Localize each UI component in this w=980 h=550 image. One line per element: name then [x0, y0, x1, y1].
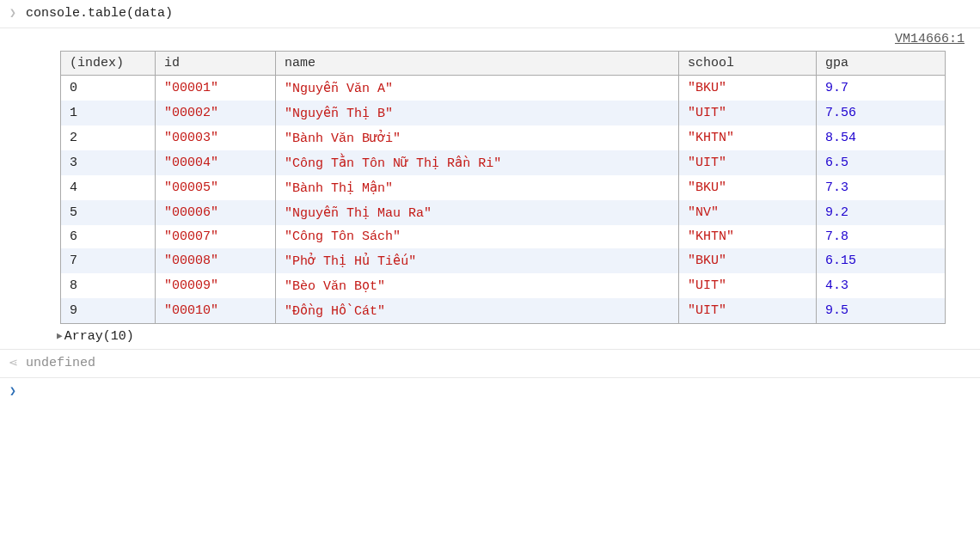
table-body: 0"00001""Nguyễn Văn A""BKU"9.71"00002""N…: [61, 76, 946, 324]
cell-index: 3: [61, 150, 156, 175]
expander-label: Array(10): [64, 329, 134, 344]
cell-name: "Công Tôn Sách": [276, 225, 679, 248]
cell-gpa: 7.8: [817, 225, 946, 248]
return-value: undefined: [26, 355, 95, 372]
cell-gpa: 9.2: [817, 200, 946, 225]
table-row[interactable]: 0"00001""Nguyễn Văn A""BKU"9.7: [61, 76, 946, 101]
cell-school: "UIT": [679, 150, 817, 175]
cell-school: "BKU": [679, 248, 817, 273]
cell-name: "Bành Văn Bưởi": [276, 125, 679, 150]
console-output-row: VM14666:1 (index) id name school gpa 0"0…: [0, 28, 980, 350]
cell-name: "Công Tằn Tôn Nữ Thị Rần Ri": [276, 150, 679, 175]
cell-name: "Nguyễn Thị Mau Ra": [276, 200, 679, 225]
cell-id: "00003": [156, 125, 276, 150]
cell-school: "KHTN": [679, 125, 817, 150]
table-row[interactable]: 3"00004""Công Tằn Tôn Nữ Thị Rần Ri""UIT…: [61, 150, 946, 175]
cell-id: "00001": [156, 76, 276, 101]
table-row[interactable]: 7"00008""Phở Thị Hủ Tiếu""BKU"6.15: [61, 248, 946, 273]
console-return-row: ⋖ undefined: [0, 350, 980, 378]
cell-gpa: 6.15: [817, 248, 946, 273]
col-header-name[interactable]: name: [276, 52, 679, 76]
cell-school: "UIT": [679, 101, 817, 125]
cell-index: 4: [61, 175, 156, 200]
cell-id: "00007": [156, 225, 276, 248]
table-row[interactable]: 9"00010""Đồng Hồ Cát""UIT"9.5: [61, 298, 946, 324]
cell-gpa: 7.3: [817, 175, 946, 200]
table-header-row: (index) id name school gpa: [61, 52, 946, 76]
table-row[interactable]: 5"00006""Nguyễn Thị Mau Ra""NV"9.2: [61, 200, 946, 225]
cell-index: 5: [61, 200, 156, 225]
col-header-index[interactable]: (index): [61, 52, 156, 76]
cell-id: "00002": [156, 101, 276, 125]
cell-gpa: 9.5: [817, 298, 946, 324]
console-input-row: ❯ console.table(data): [0, 0, 980, 28]
cell-gpa: 4.3: [817, 273, 946, 298]
cell-school: "BKU": [679, 175, 817, 200]
prompt-chevron-icon: ❯: [0, 383, 26, 400]
input-chevron-icon: ❯: [0, 5, 26, 22]
cell-name: "Đồng Hồ Cát": [276, 298, 679, 324]
cell-index: 6: [61, 225, 156, 248]
cell-name: "Nguyễn Văn A": [276, 76, 679, 101]
cell-id: "00010": [156, 298, 276, 324]
console-table-output: VM14666:1 (index) id name school gpa 0"0…: [26, 28, 980, 349]
console-input-code: console.table(data): [26, 5, 173, 22]
cell-school: "KHTN": [679, 225, 817, 248]
cell-id: "00009": [156, 273, 276, 298]
cell-gpa: 6.5: [817, 150, 946, 175]
cell-id: "00004": [156, 150, 276, 175]
cell-gpa: 7.56: [817, 101, 946, 125]
table-row[interactable]: 4"00005""Bành Thị Mận""BKU"7.3: [61, 175, 946, 200]
cell-school: "NV": [679, 200, 817, 225]
col-header-school[interactable]: school: [679, 52, 817, 76]
expand-triangle-icon: ▶: [57, 330, 63, 341]
cell-gpa: 8.54: [817, 125, 946, 150]
cell-gpa: 9.7: [817, 76, 946, 101]
cell-name: "Bành Thị Mận": [276, 175, 679, 200]
table-row[interactable]: 8"00009""Bèo Văn Bọt""UIT"4.3: [61, 273, 946, 298]
return-chevron-icon: ⋖: [0, 355, 26, 372]
cell-index: 0: [61, 76, 156, 101]
col-header-gpa[interactable]: gpa: [817, 52, 946, 76]
col-header-id[interactable]: id: [156, 52, 276, 76]
cell-school: "BKU": [679, 76, 817, 101]
table-row[interactable]: 6"00007""Công Tôn Sách""KHTN"7.8: [61, 225, 946, 248]
cell-name: "Nguyễn Thị B": [276, 101, 679, 125]
console-prompt-row: ❯: [0, 378, 980, 406]
cell-index: 2: [61, 125, 156, 150]
cell-id: "00008": [156, 248, 276, 273]
table-row[interactable]: 1"00002""Nguyễn Thị B""UIT"7.56: [61, 101, 946, 125]
console-prompt-input[interactable]: [26, 383, 980, 400]
cell-name: "Phở Thị Hủ Tiếu": [276, 248, 679, 273]
cell-index: 8: [61, 273, 156, 298]
cell-school: "UIT": [679, 273, 817, 298]
cell-school: "UIT": [679, 298, 817, 324]
cell-index: 9: [61, 298, 156, 324]
source-link[interactable]: VM14666:1: [895, 32, 965, 46]
table-row[interactable]: 2"00003""Bành Văn Bưởi""KHTN"8.54: [61, 125, 946, 150]
cell-name: "Bèo Văn Bọt": [276, 273, 679, 298]
object-expander[interactable]: ▶Array(10): [57, 329, 946, 344]
cell-id: "00006": [156, 200, 276, 225]
devtools-console: ❯ console.table(data) VM14666:1 (index) …: [0, 0, 980, 550]
cell-id: "00005": [156, 175, 276, 200]
console-table: (index) id name school gpa 0"00001""Nguy…: [60, 51, 946, 324]
cell-index: 1: [61, 101, 156, 125]
cell-index: 7: [61, 248, 156, 273]
